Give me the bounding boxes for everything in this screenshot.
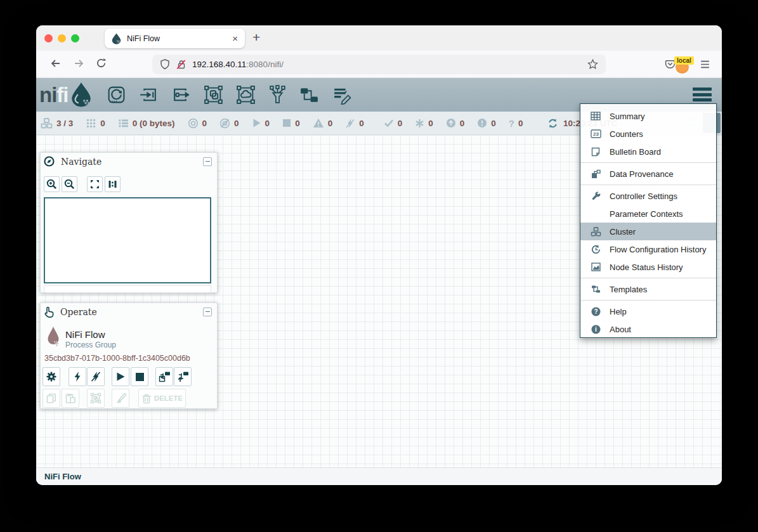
url-bar[interactable]: 192.168.40.11:8080/nifi/ <box>152 55 606 74</box>
status-invalid: 0 <box>313 118 333 128</box>
menu-separator <box>580 162 716 163</box>
forward-icon[interactable] <box>73 58 84 69</box>
close-window-button[interactable] <box>44 34 53 42</box>
zoom-fit-button[interactable] <box>87 176 103 192</box>
process-group-component-icon[interactable] <box>204 85 223 105</box>
input-port-component-icon[interactable] <box>139 85 159 105</box>
zoom-out-button[interactable] <box>62 176 77 192</box>
status-up-to-date: 0 <box>384 119 403 128</box>
status-transmitting: 0 <box>188 118 207 129</box>
menu-item-cluster[interactable]: Cluster <box>580 223 716 240</box>
svg-text:?: ? <box>594 308 598 315</box>
paste-button[interactable] <box>62 389 79 408</box>
selected-component-type: Process Group <box>65 341 116 349</box>
menu-item-data-provenance[interactable]: Data Provenance <box>580 165 716 183</box>
controller-settings-icon <box>590 191 601 201</box>
zoom-in-button[interactable] <box>44 176 60 192</box>
status-running: 0 <box>252 118 270 128</box>
status-locally-modified: 0 <box>415 119 433 128</box>
output-port-component-icon[interactable] <box>171 85 191 105</box>
window-controls <box>44 34 79 42</box>
nifi-logo-drop-icon <box>70 82 93 108</box>
operate-palette: Operate NiFi Flow Process Group 35cbd3b7… <box>40 302 218 409</box>
process-group-drop-icon <box>47 326 60 349</box>
operate-collapse-button[interactable] <box>203 308 212 316</box>
color-button[interactable] <box>112 389 129 408</box>
upload-template-button[interactable] <box>174 367 192 386</box>
menu-item-templates[interactable]: Templates <box>580 280 716 298</box>
browser-menu-icon[interactable] <box>700 59 710 70</box>
processor-component-icon[interactable] <box>107 85 126 105</box>
status-active-threads: 0 <box>86 118 105 129</box>
status-clustered-nodes: 3 / 3 <box>41 118 73 129</box>
label-component-icon[interactable] <box>332 85 351 105</box>
data-provenance-icon <box>590 169 601 179</box>
browser-toolbar: 192.168.40.11:8080/nifi/ local <box>36 51 722 78</box>
navigate-header: Navigate <box>41 153 217 170</box>
navigate-birdseye-strip <box>44 285 211 293</box>
menu-item-parameter-contexts[interactable]: Parameter Contexts <box>580 205 716 223</box>
configuration-button[interactable] <box>42 367 60 386</box>
browser-tab[interactable]: NiFi Flow × <box>105 29 245 48</box>
enable-button[interactable] <box>69 367 86 386</box>
node-status-history-icon <box>590 263 601 271</box>
selected-component-id[interactable]: 35cbd3b7-017b-1000-8bff-1c3405c00d6b <box>44 354 190 363</box>
navigate-minimap[interactable] <box>44 197 211 283</box>
copy-button[interactable] <box>42 389 60 408</box>
operate-title: Operate <box>60 307 97 317</box>
navigate-palette: Navigate <box>40 152 218 293</box>
flow-configuration-history-icon <box>590 245 601 254</box>
url-text: 192.168.40.11:8080/nifi/ <box>192 60 284 69</box>
zoom-actual-size-button[interactable] <box>105 176 121 192</box>
status-not-transmitting: 0 <box>219 118 239 129</box>
templates-icon <box>590 285 601 294</box>
global-menu: Summary 23 Counters Bulletin Board Data … <box>580 103 717 338</box>
menu-item-summary[interactable]: Summary <box>580 107 716 125</box>
tracking-shield-icon[interactable] <box>160 59 170 70</box>
group-button[interactable] <box>87 389 105 408</box>
back-icon[interactable] <box>50 58 62 69</box>
svg-text:i: i <box>595 326 597 333</box>
create-template-button[interactable] <box>155 367 173 386</box>
stop-button[interactable] <box>131 367 148 386</box>
nifi-favicon <box>112 33 121 44</box>
funnel-component-icon[interactable] <box>268 85 287 105</box>
breadcrumb[interactable]: NiFi Flow <box>44 472 81 481</box>
menu-item-node-status-history[interactable]: Node Status History <box>580 258 716 276</box>
menu-item-controller-settings[interactable]: Controller Settings <box>580 187 716 205</box>
container-label: local <box>674 56 694 65</box>
bulletin-board-icon <box>590 147 601 157</box>
template-component-icon[interactable] <box>299 86 319 104</box>
summary-icon <box>590 112 601 120</box>
browser-window: NiFi Flow × + 192.168.40.11:8080/nifi/ l… <box>36 25 722 485</box>
status-locally-modified-and-stale: 0 <box>477 118 496 128</box>
help-icon: ? <box>590 307 601 316</box>
operate-header: Operate <box>41 303 217 320</box>
bookmark-star-icon[interactable] <box>587 59 598 70</box>
maximize-window-button[interactable] <box>71 34 79 42</box>
compass-icon <box>44 156 55 167</box>
minimize-window-button[interactable] <box>58 34 66 42</box>
tab-close-icon[interactable]: × <box>232 34 238 43</box>
menu-item-help[interactable]: ? Help <box>580 302 716 320</box>
start-button[interactable] <box>112 367 129 386</box>
menu-item-flow-configuration-history[interactable]: Flow Configuration History <box>580 240 716 258</box>
disable-button[interactable] <box>87 367 105 386</box>
menu-item-about[interactable]: i About <box>580 320 716 338</box>
delete-button[interactable]: DELETE <box>138 389 186 408</box>
status-disabled: 0 <box>345 118 364 129</box>
remote-process-group-component-icon[interactable] <box>236 85 256 105</box>
reload-icon[interactable] <box>96 58 107 68</box>
breadcrumb-bar: NiFi Flow <box>36 467 722 485</box>
menu-separator <box>580 300 716 301</box>
menu-item-bulletin-board[interactable]: Bulletin Board <box>580 143 716 160</box>
menu-item-counters[interactable]: 23 Counters <box>580 125 716 143</box>
tab-bar: NiFi Flow × + <box>36 25 722 51</box>
new-tab-button[interactable]: + <box>252 30 260 45</box>
navigate-collapse-button[interactable] <box>203 157 212 166</box>
insecure-lock-icon[interactable] <box>176 59 186 70</box>
nifi-logo: nifi <box>39 82 93 108</box>
nifi-global-menu-icon[interactable] <box>693 88 712 101</box>
status-sync-failure: ? 0 <box>509 118 523 129</box>
desktop: { "browser": { "tab_title": "NiFi Flow",… <box>0 0 758 532</box>
